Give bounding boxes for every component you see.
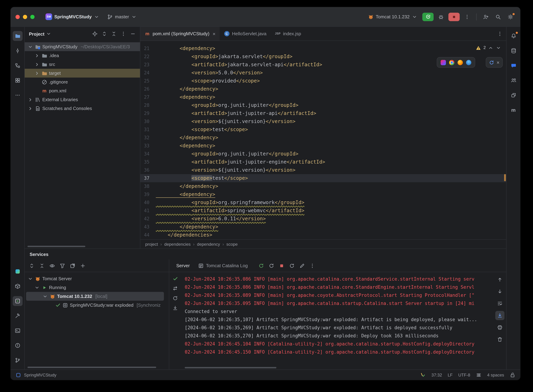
kebab-icon[interactable] bbox=[309, 263, 315, 268]
tool-stripe-more-button[interactable] bbox=[13, 90, 22, 100]
tool-stripe-notifications-button[interactable] bbox=[509, 31, 518, 41]
editor-tab-helloservlet-java[interactable]: CHelloServlet.java bbox=[220, 27, 271, 41]
tool-stripe-project-button[interactable] bbox=[13, 31, 22, 41]
tree-item-scratches-and-consoles[interactable]: Scratches and Consoles bbox=[25, 104, 140, 113]
code-line-24[interactable]: 24 <version>5.0.0</version> bbox=[140, 69, 506, 77]
rerun-green-icon[interactable] bbox=[258, 263, 264, 268]
chevron-down-icon[interactable] bbox=[28, 44, 33, 50]
console-hscrollbar[interactable] bbox=[185, 367, 490, 369]
tool-stripe-build-button[interactable] bbox=[13, 311, 22, 321]
chevron-down-icon[interactable] bbox=[42, 294, 48, 299]
funnel-icon[interactable] bbox=[60, 263, 65, 268]
eye-icon[interactable] bbox=[49, 263, 55, 268]
chevron-right-icon[interactable] bbox=[28, 97, 33, 103]
sync-icon[interactable] bbox=[489, 60, 494, 65]
soft-wrap-button[interactable] bbox=[495, 299, 505, 308]
console-output[interactable]: 02-Jun-2024 10:26:35.086 INFO [main] org… bbox=[181, 272, 494, 369]
scrollbar-thumb[interactable] bbox=[28, 367, 156, 368]
code-line-27[interactable]: 27 <dependency> bbox=[140, 93, 506, 101]
tool-stripe-package-button[interactable] bbox=[13, 281, 22, 291]
tool-stripe-windows-button[interactable] bbox=[13, 75, 22, 85]
firefox-browser-icon[interactable] bbox=[458, 60, 463, 65]
inspections-widget[interactable]: 2 bbox=[476, 44, 501, 52]
chevron-right-icon[interactable] bbox=[34, 70, 40, 76]
code-line-34[interactable]: 34 <groupId>org.junit.jupiter</groupId> bbox=[140, 150, 506, 158]
trash-button[interactable] bbox=[495, 335, 505, 344]
tool-stripe-services-button[interactable] bbox=[13, 296, 22, 306]
debug-button[interactable] bbox=[436, 12, 446, 21]
expand-all-icon[interactable] bbox=[102, 31, 107, 37]
pencil-icon[interactable] bbox=[299, 263, 305, 268]
kebab-icon[interactable] bbox=[121, 31, 126, 37]
tree-item-external-libraries[interactable]: External Libraries bbox=[25, 95, 140, 104]
tool-stripe-collab-button[interactable] bbox=[509, 75, 518, 85]
scroll-end-icon[interactable] bbox=[172, 305, 178, 311]
down-button[interactable] bbox=[495, 287, 505, 296]
code-line-30[interactable]: 30 <version>${junit.version}</version> bbox=[140, 117, 506, 126]
chrome-browser-icon[interactable] bbox=[449, 60, 454, 65]
code-line-37[interactable]: 37 <scope>test</scope> bbox=[140, 174, 506, 182]
code-line-33[interactable]: 33 <dependency> bbox=[140, 142, 506, 150]
collapse-all-icon[interactable] bbox=[39, 263, 45, 268]
project-tree-hscrollbar[interactable] bbox=[27, 245, 138, 248]
tool-stripe-structure-button[interactable] bbox=[13, 61, 22, 70]
indent-size[interactable]: 4 spaces bbox=[487, 373, 504, 377]
plus-icon[interactable] bbox=[80, 263, 86, 268]
code-line-28[interactable]: 28 <groupId>org.junit.jupiter</groupId> bbox=[140, 101, 506, 109]
rerun-button[interactable] bbox=[422, 13, 434, 21]
check-icon[interactable] bbox=[172, 276, 178, 281]
zoom-window-button[interactable] bbox=[30, 15, 35, 19]
tool-stripe-maven-tool-button[interactable]: m bbox=[509, 105, 518, 115]
scrollbar-thumb[interactable] bbox=[28, 246, 85, 247]
prev-problem-icon[interactable] bbox=[488, 45, 494, 51]
console-tab-tomcat-catalina-log[interactable]: Tomcat Catalina Log bbox=[195, 261, 251, 270]
tree-item-idea[interactable]: .idea bbox=[25, 51, 140, 60]
safari-browser-icon[interactable] bbox=[466, 60, 471, 65]
project-selector[interactable]: SM SpringMVCStudy bbox=[43, 12, 102, 22]
breadcrumb-dependencies[interactable]: dependencies bbox=[164, 242, 191, 247]
stop-button[interactable] bbox=[448, 13, 460, 21]
code-line-44[interactable]: 44 </dependencies> bbox=[140, 231, 506, 239]
close-icon[interactable]: × bbox=[496, 58, 500, 66]
services-tree-hscrollbar[interactable] bbox=[27, 366, 167, 369]
breadcrumb-project[interactable]: project bbox=[145, 242, 158, 247]
editor-tab-pom-xml-springmvcstudy[interactable]: mpom.xml (SpringMVCStudy)× bbox=[140, 27, 220, 41]
tree-item-tomcat-server[interactable]: Tomcat Server bbox=[25, 274, 169, 283]
chevron-down-icon[interactable] bbox=[46, 31, 51, 37]
close-tab-icon[interactable]: × bbox=[213, 31, 215, 37]
up-button[interactable] bbox=[495, 275, 505, 284]
code-line-35[interactable]: 35 <artifactId>junit-jupiter-engine</art… bbox=[140, 158, 506, 166]
tree-item-target[interactable]: target bbox=[25, 69, 140, 78]
tool-stripe-terminal-button[interactable] bbox=[13, 326, 22, 336]
stop-red-icon[interactable] bbox=[279, 263, 285, 268]
services-panel-header[interactable]: Services bbox=[25, 249, 506, 259]
open-new-icon[interactable] bbox=[70, 263, 75, 268]
tool-stripe-problems-button[interactable] bbox=[13, 341, 22, 350]
breadcrumb-dependency[interactable]: dependency bbox=[197, 242, 220, 247]
chevron-down-icon[interactable] bbox=[28, 276, 33, 281]
locate-icon[interactable] bbox=[92, 31, 98, 37]
code-line-26[interactable]: 26 </dependency> bbox=[140, 85, 506, 93]
code-line-41[interactable]: 41 <artifactId>spring-webmvc</artifactId… bbox=[140, 207, 506, 215]
status-project-name[interactable]: SpringMVCStudy bbox=[24, 373, 56, 377]
tool-stripe-git-button[interactable] bbox=[13, 355, 22, 365]
code-line-29[interactable]: 29 <artifactId>junit-jupiter-api</artifa… bbox=[140, 109, 506, 117]
code-with-me-button[interactable] bbox=[481, 12, 491, 21]
next-problem-icon[interactable] bbox=[496, 45, 501, 51]
tree-item-running[interactable]: Running bbox=[25, 283, 169, 292]
tool-stripe-plugins-button[interactable] bbox=[509, 90, 518, 100]
tool-stripe-space-button[interactable] bbox=[13, 266, 22, 276]
lock-open-icon[interactable] bbox=[510, 372, 515, 378]
tool-stripe-commit-button[interactable] bbox=[13, 46, 22, 56]
code-line-43[interactable]: 43 </dependency> bbox=[140, 223, 506, 231]
more-actions-button[interactable] bbox=[462, 12, 472, 21]
code-line-42[interactable]: 42 <version>6.0.11</version> bbox=[140, 215, 506, 223]
branch-selector[interactable]: master bbox=[105, 13, 139, 21]
search-everywhere-button[interactable] bbox=[493, 12, 503, 21]
scrollbar-thumb[interactable] bbox=[185, 367, 276, 368]
scroll-end-button[interactable] bbox=[495, 311, 505, 320]
line-separator[interactable]: LF bbox=[448, 373, 453, 377]
refresh-icon[interactable] bbox=[172, 295, 178, 301]
tree-item-gitignore[interactable]: .gitignore bbox=[25, 78, 140, 86]
caret-position[interactable]: 37:32 bbox=[431, 373, 442, 377]
